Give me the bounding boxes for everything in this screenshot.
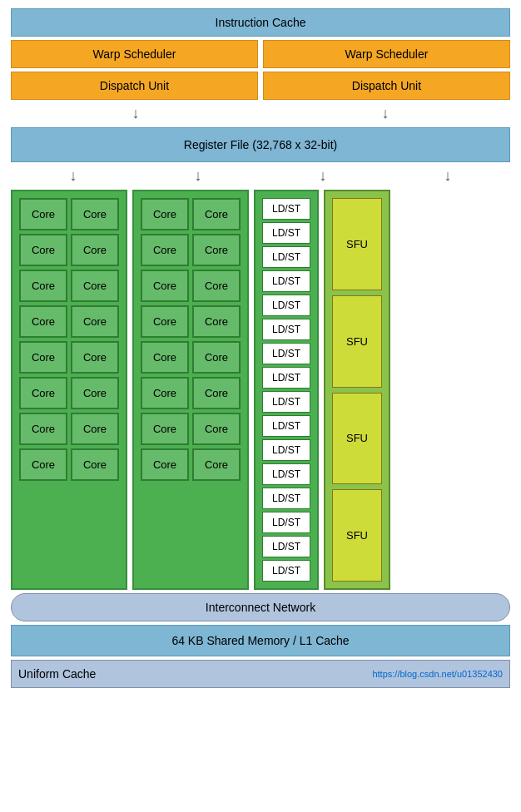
ldst-cell-14: LD/ST bbox=[262, 536, 310, 557]
core-cell-2-6-0: Core bbox=[141, 413, 189, 445]
ldst-cell-5: LD/ST bbox=[262, 319, 310, 340]
core-row-1-5: CoreCore bbox=[19, 377, 119, 409]
watermark: https://blog.csdn.net/u01352430 bbox=[372, 669, 503, 679]
ldst-cell-13: LD/ST bbox=[262, 512, 310, 533]
core-row-1-0: CoreCore bbox=[19, 198, 119, 230]
core-cell-2-3-0: Core bbox=[141, 305, 189, 338]
main-units: CoreCoreCoreCoreCoreCoreCoreCoreCoreCore… bbox=[11, 190, 510, 590]
dispatch-unit-left: Dispatch Unit bbox=[11, 72, 258, 100]
core-cell-2-5-1: Core bbox=[192, 377, 241, 409]
core-row-2-7: CoreCore bbox=[141, 448, 241, 481]
core-column-2: CoreCoreCoreCoreCoreCoreCoreCoreCoreCore… bbox=[132, 190, 249, 590]
ldst-cell-1: LD/ST bbox=[262, 222, 310, 244]
core-cell-1-1-0: Core bbox=[19, 234, 67, 266]
arrow-down-5: ↓ bbox=[320, 167, 327, 185]
core-cell-2-5-0: Core bbox=[141, 377, 189, 409]
core-cell-1-1-1: Core bbox=[71, 234, 119, 266]
ldst-cell-4: LD/ST bbox=[262, 295, 310, 316]
ldst-cell-6: LD/ST bbox=[262, 343, 310, 364]
core-cell-2-3-1: Core bbox=[192, 305, 241, 338]
core-row-2-4: CoreCore bbox=[141, 341, 241, 374]
arrow-down-4: ↓ bbox=[195, 167, 202, 185]
sfu-cell-2: SFU bbox=[332, 393, 382, 485]
core-row-2-3: CoreCore bbox=[141, 305, 241, 338]
ldst-cell-15: LD/ST bbox=[262, 560, 310, 582]
core-row-1-7: CoreCore bbox=[19, 448, 119, 481]
core-cell-2-1-0: Core bbox=[141, 234, 189, 266]
ldst-column: LD/STLD/STLD/STLD/STLD/STLD/STLD/STLD/ST… bbox=[254, 190, 319, 590]
ldst-cell-11: LD/ST bbox=[262, 463, 310, 485]
core-cell-1-7-0: Core bbox=[19, 448, 67, 481]
core-cell-1-2-1: Core bbox=[71, 270, 119, 302]
core-cell-2-2-0: Core bbox=[141, 270, 189, 302]
ldst-cell-9: LD/ST bbox=[262, 415, 310, 437]
interconnect-network: Interconnect Network bbox=[11, 593, 510, 621]
core-cell-1-0-1: Core bbox=[71, 198, 119, 230]
arrows-row-2: ↓ ↓ ↓ ↓ bbox=[11, 166, 510, 186]
ldst-cell-7: LD/ST bbox=[262, 367, 310, 389]
core-cell-1-5-0: Core bbox=[19, 377, 67, 409]
core-row-1-1: CoreCore bbox=[19, 234, 119, 266]
core-cell-1-3-1: Core bbox=[71, 305, 119, 338]
core-cell-1-6-0: Core bbox=[19, 413, 67, 445]
register-file: Register File (32,768 x 32-bit) bbox=[11, 127, 510, 162]
core-cell-1-4-0: Core bbox=[19, 341, 67, 374]
core-cell-2-7-0: Core bbox=[141, 448, 189, 481]
core-cell-2-2-1: Core bbox=[192, 270, 241, 302]
core-cell-1-0-0: Core bbox=[19, 198, 67, 230]
arrow-down-2: ↓ bbox=[382, 105, 390, 122]
arrow-down-3: ↓ bbox=[70, 167, 77, 185]
ldst-cell-2: LD/ST bbox=[262, 246, 310, 268]
core-row-2-5: CoreCore bbox=[141, 377, 241, 409]
uniform-cache: Uniform Cache https://blog.csdn.net/u013… bbox=[11, 660, 510, 688]
core-row-1-2: CoreCore bbox=[19, 270, 119, 302]
core-column-1: CoreCoreCoreCoreCoreCoreCoreCoreCoreCore… bbox=[11, 190, 127, 590]
core-row-2-1: CoreCore bbox=[141, 234, 241, 266]
core-cell-2-0-1: Core bbox=[192, 198, 241, 230]
arrow-down-1: ↓ bbox=[132, 105, 140, 122]
core-cell-1-4-1: Core bbox=[71, 341, 119, 374]
core-row-1-3: CoreCore bbox=[19, 305, 119, 338]
sfu-cell-1: SFU bbox=[332, 295, 382, 388]
diagram-wrapper: Instruction Cache Warp Scheduler Warp Sc… bbox=[11, 8, 510, 688]
core-row-2-6: CoreCore bbox=[141, 413, 241, 445]
sfu-cell-0: SFU bbox=[332, 198, 382, 290]
core-cell-2-4-0: Core bbox=[141, 341, 189, 374]
ldst-cell-12: LD/ST bbox=[262, 488, 310, 509]
core-cell-1-3-0: Core bbox=[19, 305, 67, 338]
sfu-column: SFUSFUSFUSFU bbox=[324, 190, 390, 590]
core-cell-2-0-0: Core bbox=[141, 198, 189, 230]
ldst-cell-10: LD/ST bbox=[262, 439, 310, 461]
instruction-cache: Instruction Cache bbox=[11, 8, 510, 37]
warp-scheduler-left: Warp Scheduler bbox=[11, 40, 258, 68]
dispatch-unit-right: Dispatch Unit bbox=[263, 72, 510, 100]
core-cell-1-7-1: Core bbox=[71, 448, 119, 481]
core-cell-2-6-1: Core bbox=[192, 413, 241, 445]
core-cell-2-1-1: Core bbox=[192, 234, 241, 266]
ldst-cell-3: LD/ST bbox=[262, 270, 310, 292]
core-cell-2-7-1: Core bbox=[192, 448, 241, 481]
dispatch-unit-row: Dispatch Unit Dispatch Unit bbox=[11, 72, 510, 100]
core-cell-1-6-1: Core bbox=[71, 413, 119, 445]
ldst-cell-0: LD/ST bbox=[262, 198, 310, 220]
ldst-cell-8: LD/ST bbox=[262, 391, 310, 413]
warp-scheduler-row: Warp Scheduler Warp Scheduler bbox=[11, 40, 510, 68]
core-row-2-2: CoreCore bbox=[141, 270, 241, 302]
arrow-down-6: ↓ bbox=[444, 167, 452, 185]
core-cell-1-5-1: Core bbox=[71, 377, 119, 409]
shared-memory: 64 KB Shared Memory / L1 Cache bbox=[11, 625, 510, 656]
sfu-cell-3: SFU bbox=[332, 489, 382, 582]
uniform-cache-label: Uniform Cache bbox=[18, 667, 96, 681]
warp-scheduler-right: Warp Scheduler bbox=[263, 40, 510, 68]
core-row-1-4: CoreCore bbox=[19, 341, 119, 374]
core-cell-1-2-0: Core bbox=[19, 270, 67, 302]
core-row-1-6: CoreCore bbox=[19, 413, 119, 445]
arrows-row-1: ↓ ↓ bbox=[11, 103, 510, 124]
core-row-2-0: CoreCore bbox=[141, 198, 241, 230]
core-cell-2-4-1: Core bbox=[192, 341, 241, 374]
